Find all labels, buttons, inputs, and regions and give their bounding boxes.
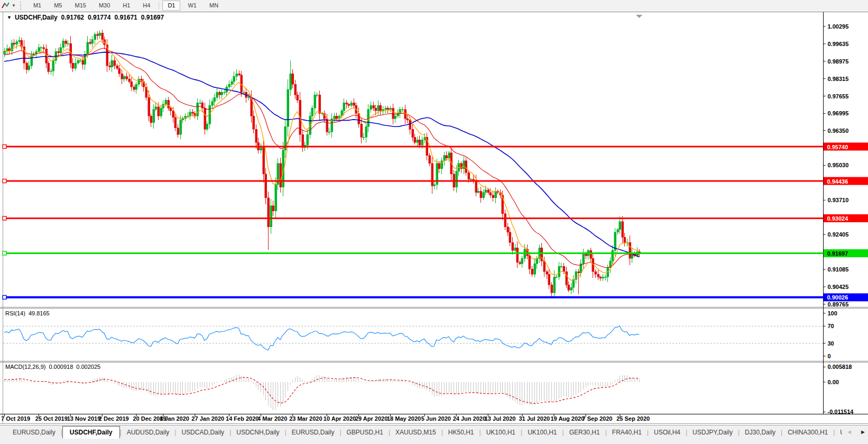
macd-signal-value: 0.002025 (76, 364, 100, 370)
tab-eurusd-daily[interactable]: EURUSD,Daily (7, 427, 61, 438)
toolbar-dropdown-icon: ▼ (12, 3, 16, 8)
svg-text:13 Jul 2020: 13 Jul 2020 (485, 415, 516, 422)
svg-text:5 Jun 2020: 5 Jun 2020 (421, 415, 451, 422)
tab-hk50-h1[interactable]: HK50,H1 (443, 427, 479, 438)
tab-china300-h1[interactable]: CHINA300,H1 (782, 427, 833, 438)
svg-text:0.00: 0.00 (828, 379, 839, 385)
svg-text:0.98975: 0.98975 (828, 58, 849, 65)
svg-text:-0.011514: -0.011514 (828, 409, 854, 415)
tab-uk100-h1[interactable]: UK100,H1 (522, 427, 562, 438)
tab-usdjpy-daily[interactable]: USDJPY,Daily (687, 427, 738, 438)
timeframe-button-m30[interactable]: M30 (94, 1, 115, 11)
svg-text:0.98315: 0.98315 (828, 76, 849, 82)
svg-text:8 Jan 2020: 8 Jan 2020 (160, 415, 189, 422)
svg-text:0.93024: 0.93024 (827, 215, 849, 222)
svg-text:0.005818: 0.005818 (828, 364, 852, 370)
svg-text:1.00295: 1.00295 (828, 23, 849, 30)
svg-text:7 Oct 2019: 7 Oct 2019 (1, 415, 30, 422)
chart-periods-icon (1, 2, 10, 10)
svg-text:13 Nov 2019: 13 Nov 2019 (67, 415, 101, 422)
line-handle[interactable] (3, 145, 6, 149)
tab-fra40-h1[interactable]: FRA40,H1 (607, 427, 647, 438)
svg-text:23 Mar 2020: 23 Mar 2020 (289, 415, 322, 422)
ohlc-open: 0.91762 (61, 14, 84, 21)
svg-text:100: 100 (828, 310, 837, 316)
tab-ger30-h1[interactable]: GER30,H1 (564, 427, 605, 438)
line-handle[interactable] (3, 216, 6, 220)
ohlc-high: 0.91774 (88, 14, 110, 21)
tab-scroll-arrows: ◄ ► (842, 429, 866, 435)
trading-terminal: { "icons": { "dropdown": "▼", "toolbar_d… (0, 0, 868, 444)
svg-text:4 Mar 2020: 4 Mar 2020 (257, 415, 287, 422)
svg-text:14 Feb 2020: 14 Feb 2020 (226, 415, 258, 422)
svg-text:19 Aug 2020: 19 Aug 2020 (551, 415, 585, 422)
rsi-name: RSI(14) (5, 310, 25, 316)
tab-audusd-daily[interactable]: AUDUSD,Daily (122, 427, 175, 438)
line-handle[interactable] (3, 179, 6, 183)
svg-text:24 Jun 2020: 24 Jun 2020 (453, 415, 486, 422)
rsi-indicator-label: RSI(14)49.8165 (5, 310, 50, 316)
svg-text:31 Jul 2020: 31 Jul 2020 (519, 415, 550, 422)
svg-text:0.89765: 0.89765 (828, 301, 849, 307)
svg-text:29 Apr 2020: 29 Apr 2020 (355, 415, 387, 422)
svg-text:2 Dec 2019: 2 Dec 2019 (99, 415, 129, 422)
timeframe-button-m1[interactable]: M1 (28, 1, 47, 11)
timeframe-button-d1[interactable]: D1 (162, 1, 180, 11)
timeframe-button-h4[interactable]: H4 (137, 1, 155, 11)
tab-xauusd-m15[interactable]: XAUUSD,M15 (390, 427, 441, 438)
line-handle[interactable] (3, 251, 6, 255)
timeframe-button-w1[interactable]: W1 (182, 1, 202, 11)
toolbar-separator (159, 2, 159, 10)
timeframe-button-m5[interactable]: M5 (49, 1, 67, 11)
tab-usdcad-daily[interactable]: USDCAD,Daily (176, 427, 229, 438)
chart-window: 1.002950.996350.989750.983150.976550.969… (0, 11, 868, 425)
macd-indicator-label: MACD(12,26,9)0.0009180.002025 (5, 364, 100, 370)
svg-text:0.95740: 0.95740 (827, 144, 848, 150)
macd-name: MACD(12,26,9) (5, 364, 45, 370)
tab-scroll-left-icon[interactable]: ◄ (846, 429, 852, 435)
macd-main-value: 0.000918 (49, 364, 73, 370)
tab-usdchf-daily[interactable]: USDCHF,Daily (62, 426, 120, 439)
toolbar-grip[interactable] (20, 2, 24, 10)
svg-text:70: 70 (828, 323, 834, 329)
tab-eurusd-daily[interactable]: EURUSD,Daily (287, 427, 340, 438)
tab-usdcnh-daily[interactable]: USDCNH,Daily (231, 427, 284, 438)
tab-scroll-right-icon[interactable]: ► (860, 429, 866, 435)
svg-text:7 Sep 2020: 7 Sep 2020 (583, 415, 613, 422)
tab-usoil-h4[interactable]: USOil,H4 (649, 427, 686, 438)
chart-dropdown-icon[interactable]: ▼ (7, 15, 12, 20)
svg-text:0.96995: 0.96995 (828, 110, 849, 116)
svg-text:0.97655: 0.97655 (828, 93, 849, 99)
svg-text:0.95030: 0.95030 (828, 162, 849, 168)
svg-text:0.91697: 0.91697 (827, 250, 848, 257)
ohlc-close: 0.91697 (141, 14, 164, 21)
svg-text:25 Sep 2020: 25 Sep 2020 (616, 415, 650, 422)
timeframe-buttons: M1M5M15M30H1H4D1W1MN (27, 1, 225, 11)
symbol-tabs: EURUSD,Daily|USDCHF,Daily|AUDUSD,Daily|U… (0, 425, 868, 439)
tab-dj30-daily[interactable]: DJ30,Daily (740, 427, 781, 438)
symbol-tabbar: EURUSD,Daily|USDCHF,Daily|AUDUSD,Daily|U… (0, 425, 868, 444)
timeframe-toolbar: ▼ M1M5M15M30H1H4D1W1MN (0, 0, 868, 12)
svg-text:0.90425: 0.90425 (828, 284, 849, 290)
tab-uk100-h1[interactable]: UK100,H1 (481, 427, 521, 438)
svg-text:0.91085: 0.91085 (828, 266, 849, 273)
svg-text:30: 30 (828, 340, 834, 347)
svg-text:0: 0 (828, 353, 831, 359)
timeframe-button-m15[interactable]: M15 (69, 1, 91, 11)
svg-text:0.94436: 0.94436 (827, 178, 848, 185)
rsi-value: 49.8165 (29, 310, 50, 316)
svg-text:0.90026: 0.90026 (827, 294, 848, 301)
tab-gbpusd-h1[interactable]: GBPUSD,H1 (341, 427, 389, 438)
svg-text:27 Jan 2020: 27 Jan 2020 (191, 415, 224, 422)
svg-text:0.96350: 0.96350 (828, 128, 849, 134)
line-handle[interactable] (3, 295, 6, 299)
price-chart-svg: 1.002950.996350.989750.983150.976550.969… (0, 11, 868, 425)
chart-title: ▼USDCHF,Daily0.917620.917740.916710.9169… (7, 14, 164, 21)
date-axis: 7 Oct 201925 Oct 201913 Nov 20192 Dec 20… (1, 414, 650, 422)
ohlc-low: 0.91671 (114, 14, 137, 21)
timeframe-button-mn[interactable]: MN (204, 1, 224, 11)
chart-symbol-period: USDCHF,Daily (15, 14, 58, 21)
timeframe-button-h1[interactable]: H1 (117, 1, 135, 11)
chart-tools-button[interactable]: ▼ (0, 2, 18, 10)
svg-text:10 Apr 2020: 10 Apr 2020 (324, 415, 356, 422)
